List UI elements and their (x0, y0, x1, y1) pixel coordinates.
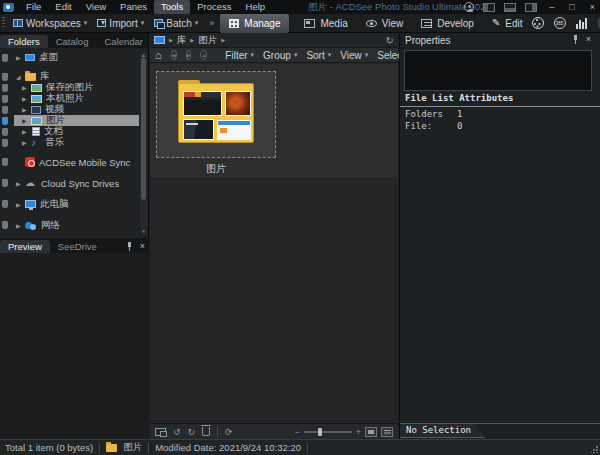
layout-bottom-panel-icon[interactable] (504, 3, 516, 12)
menu-view[interactable]: View (79, 0, 113, 14)
quick-access-icon[interactable] (2, 158, 8, 166)
tree-item-pictures-selected[interactable]: ▶ 图片 (0, 115, 148, 126)
expand-arrow-icon[interactable]: ▶ (22, 95, 31, 102)
breadcrumb-arrow-icon[interactable]: ▶ (190, 37, 194, 43)
breadcrumb-arrow-icon[interactable]: ▶ (221, 37, 225, 43)
menu-tools[interactable]: Tools (154, 0, 190, 14)
no-selection-tab[interactable]: No Selection (400, 424, 485, 438)
resize-grip[interactable] (591, 446, 598, 453)
refresh-icon[interactable]: ↻ (386, 35, 394, 46)
tab-preview[interactable]: Preview (0, 240, 50, 253)
batch-button[interactable]: Batch ▾ (149, 15, 203, 32)
minimize-button[interactable]: – (546, 0, 557, 14)
zoom-out-icon[interactable]: − (294, 426, 299, 438)
details-view-button[interactable] (381, 427, 393, 437)
group-menu[interactable]: Group ▾ (263, 50, 297, 61)
dashboard-bars-icon[interactable] (576, 18, 588, 29)
expand-arrow-icon[interactable]: ▶ (16, 201, 25, 208)
undo-icon[interactable]: ↺ (173, 426, 181, 438)
redo-icon[interactable]: ↻ (188, 426, 196, 438)
expand-arrow-icon[interactable]: ▶ (22, 106, 31, 113)
tree-item-mobile-sync[interactable]: ACDSee Mobile Sync (0, 155, 148, 169)
external-viewer-icon[interactable] (155, 428, 166, 436)
import-button[interactable]: Import ▾ (92, 15, 149, 32)
tab-seedrive[interactable]: SeeDrive (50, 240, 105, 253)
tab-folders[interactable]: Folders (0, 35, 48, 48)
view-menu[interactable]: View ▾ (340, 50, 368, 61)
menu-edit[interactable]: Edit (48, 0, 78, 14)
tree-item-desktop[interactable]: ▶ 桌面 (0, 52, 148, 63)
expand-arrow-icon[interactable]: ▶ (16, 180, 25, 187)
nav-up-button[interactable]: ▲ (200, 50, 207, 60)
film-reel-icon[interactable] (532, 17, 544, 29)
pin-icon[interactable] (572, 35, 580, 44)
tab-calendar[interactable]: Calendar (96, 35, 151, 48)
tree-item-network[interactable]: ▶ 网络 (0, 218, 148, 232)
quick-access-icon[interactable] (2, 95, 8, 103)
expand-arrow-icon[interactable]: ▶ (22, 128, 31, 135)
mode-view[interactable]: View (357, 14, 413, 33)
computer-icon[interactable] (154, 36, 165, 44)
zoom-in-icon[interactable]: + (356, 426, 361, 438)
breadcrumb-arrow-icon[interactable]: ▶ (169, 37, 173, 43)
scroll-down-icon[interactable]: ▾ (140, 228, 147, 234)
quick-access-icon[interactable] (2, 221, 8, 229)
thumbnail-view-button[interactable] (365, 427, 377, 437)
breadcrumb-library[interactable]: 库 (177, 34, 187, 47)
account-icon[interactable] (464, 2, 474, 12)
quick-access-icon[interactable] (2, 139, 8, 147)
acdsee-365-icon[interactable]: 365 (554, 17, 566, 29)
scrollbar-thumb[interactable] (141, 58, 146, 200)
tree-item-this-pc[interactable]: ▶ 此电脑 (0, 197, 148, 211)
folder-tile-selected[interactable] (156, 71, 276, 158)
zoom-slider-thumb[interactable] (318, 428, 322, 436)
pin-icon[interactable] (126, 242, 134, 251)
quick-access-icon[interactable] (2, 54, 8, 62)
quick-access-icon[interactable] (2, 73, 8, 81)
breadcrumb-pictures[interactable]: 图片 (198, 34, 217, 47)
expand-arrow-icon[interactable]: ▶ (22, 139, 31, 146)
tree-item-documents[interactable]: ▶ 文档 (0, 126, 148, 137)
layout-right-panel-icon[interactable] (525, 3, 537, 12)
nav-back-button[interactable]: ◀ (171, 50, 177, 60)
close-icon[interactable]: × (140, 242, 145, 251)
expand-arrow-icon[interactable]: ▶ (16, 54, 25, 61)
tree-item-videos[interactable]: ▶ 视频 (0, 104, 148, 115)
tree-scrollbar[interactable]: ▲ ▾ (140, 52, 147, 234)
expand-arrow-icon[interactable]: ▶ (22, 84, 31, 91)
quick-access-icon[interactable] (2, 200, 8, 208)
quick-access-icon[interactable] (2, 128, 8, 136)
home-icon[interactable]: ⌂ (155, 50, 162, 61)
rotate-icon[interactable]: ⟳ (225, 426, 233, 438)
tree-item-camera-roll[interactable]: ▶ 本机照片 (0, 93, 148, 104)
menu-help[interactable]: Help (239, 0, 273, 14)
workspaces-button[interactable]: Workspaces ▾ (8, 15, 92, 32)
menu-file[interactable]: File (19, 0, 48, 14)
toolbar-grip[interactable] (2, 17, 5, 29)
filter-menu[interactable]: Filter ▾ (225, 50, 254, 61)
tab-catalog[interactable]: Catalog (48, 35, 97, 48)
close-icon[interactable]: × (586, 35, 591, 44)
trash-icon[interactable] (202, 427, 210, 436)
menu-panes[interactable]: Panes (113, 0, 154, 14)
menu-process[interactable]: Process (190, 0, 238, 14)
toolbar-overflow-button[interactable]: » (203, 18, 220, 28)
expand-arrow-icon[interactable]: ▶ (22, 117, 31, 124)
maximize-button[interactable]: □ (566, 0, 577, 14)
sort-menu[interactable]: Sort ▾ (306, 50, 331, 61)
quick-access-icon-active[interactable] (2, 117, 8, 125)
quick-access-icon[interactable] (2, 106, 8, 114)
mode-media[interactable]: Media (295, 14, 356, 33)
layout-left-panel-icon[interactable] (483, 3, 495, 12)
collapse-arrow-icon[interactable]: ◢ (16, 73, 25, 80)
tree-item-cloud-sync[interactable]: ▶ ☁ Cloud Sync Drives (0, 176, 148, 190)
mode-manage[interactable]: Manage (220, 14, 289, 33)
zoom-slider[interactable] (304, 431, 352, 433)
quick-access-icon[interactable] (2, 179, 8, 187)
tree-item-music[interactable]: ▶ ♪ 音乐 (0, 137, 148, 148)
mode-edit[interactable]: ✎ Edit (483, 14, 532, 33)
quick-access-icon[interactable] (2, 84, 8, 92)
mode-develop[interactable]: Develop (412, 14, 483, 33)
nav-forward-button[interactable]: ▶ (186, 50, 192, 60)
expand-arrow-icon[interactable]: ▶ (16, 222, 25, 229)
